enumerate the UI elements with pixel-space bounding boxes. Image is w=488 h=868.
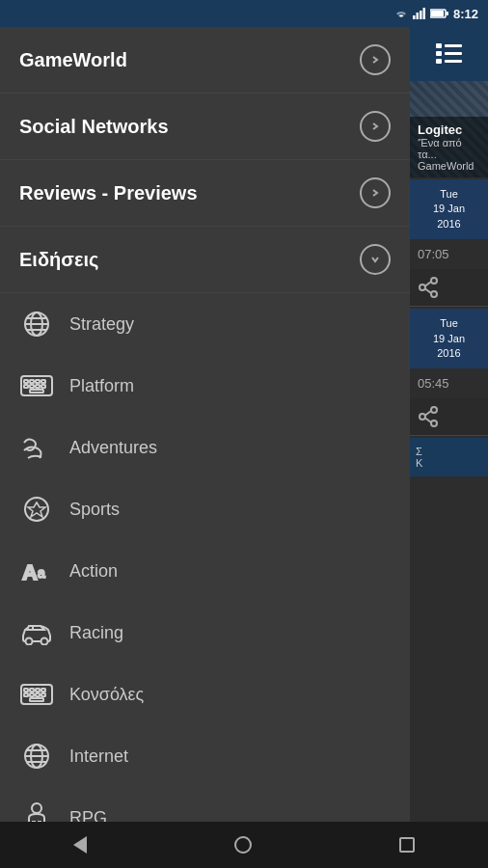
svg-point-58 xyxy=(431,420,437,426)
share-icon-2[interactable] xyxy=(418,406,439,427)
strategy-label: Strategy xyxy=(69,314,134,335)
status-time: 8:12 xyxy=(453,7,478,21)
svg-rect-15 xyxy=(36,380,40,383)
submenu-item-strategy[interactable]: Strategy xyxy=(0,293,410,355)
share-icon-1[interactable] xyxy=(418,277,439,298)
submenu-item-rpg[interactable]: RPG xyxy=(0,787,410,822)
submenu-item-adventures[interactable]: Adventures xyxy=(0,417,410,478)
svg-rect-30 xyxy=(24,689,28,692)
svg-rect-34 xyxy=(24,693,28,696)
svg-rect-35 xyxy=(30,693,34,696)
time-row-1: 07:05 xyxy=(410,239,488,269)
svg-rect-48 xyxy=(445,44,462,47)
svg-line-55 xyxy=(425,282,431,286)
svg-rect-13 xyxy=(24,380,28,383)
arrow-gameworld xyxy=(360,44,391,75)
news-item-3: ΣΚ xyxy=(410,438,488,476)
submenu-item-racing[interactable]: Racing xyxy=(0,602,410,664)
svg-text:a: a xyxy=(38,565,45,581)
submenu-item-internet[interactable]: Internet xyxy=(0,725,410,787)
bottom-nav xyxy=(0,822,488,868)
submenu-item-platform[interactable]: Platform xyxy=(0,355,410,417)
sidebar-item-eidhseis[interactable]: Ειδήσεις xyxy=(0,227,410,293)
date-block-1: Tue 19 Jan 2016 xyxy=(410,179,488,239)
svg-rect-32 xyxy=(36,689,40,692)
svg-marker-23 xyxy=(28,502,45,517)
svg-rect-50 xyxy=(445,60,462,63)
battery-icon xyxy=(430,8,449,19)
share-row-2[interactable] xyxy=(410,398,488,436)
konsoles-label: Κονσόλες xyxy=(69,685,144,705)
arrow-eidhseis xyxy=(360,244,391,275)
date-text-1: Tue 19 Jan 2016 xyxy=(414,187,484,231)
svg-rect-14 xyxy=(30,380,34,383)
status-icons: 8:12 xyxy=(393,7,478,21)
svg-rect-2 xyxy=(420,11,422,19)
sidebar: GameWorld Social Networks Reviews - Prev… xyxy=(0,27,410,822)
news-item-1: Tue 19 Jan 2016 07:05 xyxy=(410,179,488,307)
sidebar-item-gameworld[interactable]: GameWorld xyxy=(0,27,410,94)
submenu-item-konsoles[interactable]: Κονσόλες xyxy=(0,664,410,725)
internet-label: Internet xyxy=(69,746,128,767)
svg-rect-46 xyxy=(436,51,442,56)
action-label: Action xyxy=(69,561,118,582)
text-icon: A a xyxy=(19,554,54,588)
globe-icon xyxy=(19,307,54,341)
svg-rect-1 xyxy=(416,13,419,19)
racing-label: Racing xyxy=(69,623,123,643)
right-header xyxy=(410,27,488,81)
status-bar: 8:12 xyxy=(0,0,488,27)
article-subtitle: 'Ένα από τα... GameWorld xyxy=(418,137,480,172)
home-icon xyxy=(234,836,252,854)
svg-point-57 xyxy=(420,414,425,420)
svg-rect-16 xyxy=(41,380,45,383)
svg-rect-17 xyxy=(24,385,28,388)
platform-label: Platform xyxy=(69,376,134,396)
keyboard2-icon xyxy=(19,677,54,712)
sports-label: Sports xyxy=(69,500,120,520)
svg-rect-21 xyxy=(30,390,43,393)
svg-line-60 xyxy=(425,411,431,416)
svg-rect-5 xyxy=(431,11,444,16)
svg-rect-45 xyxy=(436,43,442,48)
home-button[interactable] xyxy=(215,828,271,861)
list-icon xyxy=(436,43,463,65)
news3-label: ΣΚ xyxy=(416,446,422,469)
arrow-reviews xyxy=(360,177,391,208)
rpg-label: RPG xyxy=(69,808,107,823)
globe2-icon xyxy=(19,739,54,773)
svg-line-54 xyxy=(425,289,431,294)
sidebar-item-reviews[interactable]: Reviews - Previews xyxy=(0,160,410,227)
svg-point-26 xyxy=(26,638,33,645)
svg-point-27 xyxy=(41,638,48,645)
car-icon xyxy=(19,615,54,650)
svg-rect-6 xyxy=(446,12,448,15)
submenu-item-action[interactable]: A a Action xyxy=(0,540,410,602)
svg-point-44 xyxy=(32,803,41,813)
svg-rect-47 xyxy=(436,59,442,64)
svg-point-51 xyxy=(431,278,437,284)
wind-icon xyxy=(19,430,54,465)
submenu-item-sports[interactable]: Sports xyxy=(0,478,410,540)
svg-rect-36 xyxy=(36,693,40,696)
svg-point-56 xyxy=(431,407,437,413)
article-card-logitech[interactable]: Logitec 'Ένα από τα... GameWorld xyxy=(410,81,488,177)
right-content: Logitec 'Ένα από τα... GameWorld Tue 19 … xyxy=(410,81,488,822)
time-row-2: 05:45 xyxy=(410,368,488,398)
sidebar-item-social-networks[interactable]: Social Networks xyxy=(0,94,410,160)
share-row-1[interactable] xyxy=(410,269,488,307)
adventures-label: Adventures xyxy=(69,438,157,458)
date-block-2: Tue 19 Jan 2016 xyxy=(410,309,488,368)
svg-rect-37 xyxy=(41,693,45,696)
svg-rect-20 xyxy=(41,385,45,388)
recent-button[interactable] xyxy=(380,829,434,860)
arrow-social xyxy=(360,111,391,142)
main-container: GameWorld Social Networks Reviews - Prev… xyxy=(0,27,488,822)
article-overlay: Logitec 'Ένα από τα... GameWorld xyxy=(410,117,488,177)
back-button[interactable] xyxy=(54,828,106,861)
svg-text:A: A xyxy=(22,560,38,584)
svg-point-53 xyxy=(431,291,437,297)
svg-rect-31 xyxy=(30,689,34,692)
svg-rect-3 xyxy=(422,8,425,19)
news-item-2: Tue 19 Jan 2016 05:45 xyxy=(410,309,488,436)
